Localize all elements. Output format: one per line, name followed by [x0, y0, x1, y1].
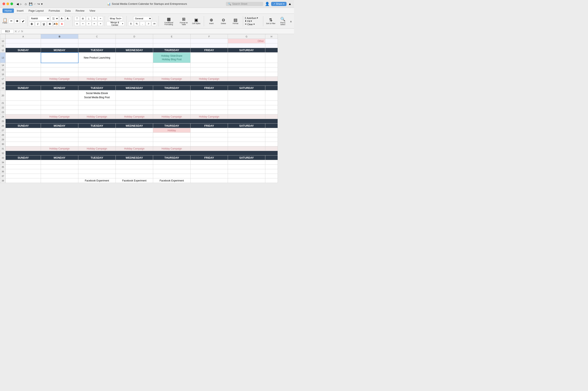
cell-g21[interactable]: [228, 101, 265, 105]
cell-f10[interactable]: [191, 39, 228, 43]
cell-f11[interactable]: [191, 43, 228, 48]
cell-d27[interactable]: [116, 128, 153, 133]
cell-f20[interactable]: [191, 90, 228, 101]
italic-button[interactable]: I: [35, 22, 40, 26]
fill-color-button[interactable]: A🎨: [53, 22, 59, 26]
cell-h12[interactable]: [265, 48, 278, 53]
font-color-button[interactable]: A: [59, 22, 65, 26]
cell-e36[interactable]: [153, 169, 191, 174]
cell-c16[interactable]: [78, 72, 116, 77]
cell-d30[interactable]: [116, 142, 153, 146]
cell-a28[interactable]: [5, 133, 41, 137]
cell-h29[interactable]: [265, 137, 278, 142]
cell-d37[interactable]: [116, 174, 153, 178]
cell-b20[interactable]: [41, 90, 78, 101]
cell-h38[interactable]: [265, 178, 278, 183]
border-button[interactable]: ⊞: [47, 22, 53, 26]
decrease-font-button[interactable]: A↓: [65, 16, 71, 21]
cell-h21[interactable]: [265, 101, 278, 105]
menu-data[interactable]: Data: [63, 8, 73, 13]
cell-f14[interactable]: [191, 63, 228, 68]
col-header-b[interactable]: B: [41, 34, 78, 39]
cell-b17[interactable]: Holiday Campaign: [41, 77, 78, 81]
cell-b12[interactable]: MONDAY: [41, 48, 78, 53]
cell-e17[interactable]: Holiday Campaign: [153, 77, 191, 81]
cell-a20[interactable]: [5, 90, 41, 101]
cell-g24[interactable]: [228, 114, 265, 119]
cell-d33[interactable]: WEDNESDAY: [116, 156, 153, 160]
cell-b19[interactable]: MONDAY: [41, 86, 78, 90]
cell-h24[interactable]: [265, 114, 278, 119]
cell-c37[interactable]: [78, 174, 116, 178]
cell-d17[interactable]: Holiday Campaign: [116, 77, 153, 81]
paste-button[interactable]: 📋 Paste: [2, 16, 8, 27]
cell-f35[interactable]: [191, 165, 228, 169]
cell-c23[interactable]: [78, 110, 116, 114]
decrease-decimal-button[interactable]: .0: [146, 21, 151, 26]
cell-g29[interactable]: [228, 137, 265, 142]
clear-button[interactable]: ✕ Clear ▾: [245, 23, 261, 26]
cell-f38[interactable]: [191, 178, 228, 183]
cut-button[interactable]: ✂: [8, 19, 14, 23]
cell-g10[interactable]: Other: [228, 39, 265, 43]
cell-d35[interactable]: [116, 165, 153, 169]
align-middle-button[interactable]: ⊟: [80, 16, 86, 21]
cell-a29[interactable]: [5, 137, 41, 142]
cell-f27[interactable]: [191, 128, 228, 133]
copy-button[interactable]: ⊞: [14, 19, 20, 23]
cell-g35[interactable]: [228, 165, 265, 169]
cell-d12[interactable]: WEDNESDAY: [116, 48, 153, 53]
cell-c22[interactable]: [78, 105, 116, 110]
col-header-d[interactable]: D: [116, 34, 153, 39]
close-button[interactable]: [2, 2, 5, 5]
cell-d14[interactable]: [116, 63, 153, 68]
cell-d23[interactable]: [116, 110, 153, 114]
cell-f30[interactable]: [191, 142, 228, 146]
menu-view[interactable]: View: [88, 8, 98, 13]
cell-g19[interactable]: SATURDAY: [228, 86, 265, 90]
cell-b24[interactable]: Holiday Campaign: [41, 114, 78, 119]
col-header-e[interactable]: E: [153, 34, 191, 39]
cell-d31[interactable]: Holiday Campaign: [116, 146, 153, 151]
cell-h13[interactable]: [265, 53, 278, 63]
cell-e10[interactable]: [153, 39, 191, 43]
cell-e28[interactable]: [153, 133, 191, 137]
cell-e13[interactable]: Holiday SlideShareHoliday Blog Post: [153, 53, 191, 63]
cell-b23[interactable]: [41, 110, 78, 114]
cell-a21[interactable]: [5, 101, 41, 105]
cell-f29[interactable]: [191, 137, 228, 142]
cell-h37[interactable]: [265, 174, 278, 178]
cell-styles-button[interactable]: ▣ Cell Styles: [191, 15, 202, 27]
maximize-button[interactable]: [10, 2, 13, 5]
cell-h19[interactable]: [265, 86, 278, 90]
cell-b31[interactable]: Holiday Campaign: [41, 146, 78, 151]
cell-c21[interactable]: [78, 101, 116, 105]
window-controls[interactable]: ◀ ▶ ⌂ 💾 ↩ ↪ ▾: [2, 2, 43, 6]
cell-c26[interactable]: TUESDAY: [78, 123, 116, 128]
cell-b13[interactable]: [41, 53, 78, 63]
cell-e34[interactable]: [153, 160, 191, 165]
menu-formulas[interactable]: Formulas: [47, 8, 62, 13]
cell-f34[interactable]: [191, 160, 228, 165]
cell-reference-input[interactable]: [1, 29, 14, 33]
cell-e16[interactable]: [153, 72, 191, 77]
font-family-select[interactable]: Avenir: [29, 16, 50, 21]
col-header-a[interactable]: A: [5, 34, 41, 39]
cell-h30[interactable]: [265, 142, 278, 146]
cell-e31[interactable]: Holiday Campaign: [153, 146, 191, 151]
cell-d13[interactable]: [116, 53, 153, 63]
wrap-orientation-button[interactable]: ↻: [92, 16, 97, 21]
cell-f15[interactable]: [191, 68, 228, 72]
insert-button[interactable]: ⊕ Insert: [206, 15, 217, 27]
cell-e23[interactable]: [153, 110, 191, 114]
cell-b28[interactable]: [41, 133, 78, 137]
cell-a33[interactable]: SUNDAY: [5, 156, 41, 160]
conditional-formatting-button[interactable]: ▦ Conditional Formatting: [160, 15, 177, 27]
cell-e30[interactable]: [153, 142, 191, 146]
col-header-f[interactable]: F: [191, 34, 228, 39]
cell-c10[interactable]: [78, 39, 116, 43]
cell-e29[interactable]: [153, 137, 191, 142]
cell-h31[interactable]: [265, 146, 278, 151]
cell-f19[interactable]: FRIDAY: [191, 86, 228, 90]
increase-decimal-button[interactable]: .00: [151, 21, 157, 26]
